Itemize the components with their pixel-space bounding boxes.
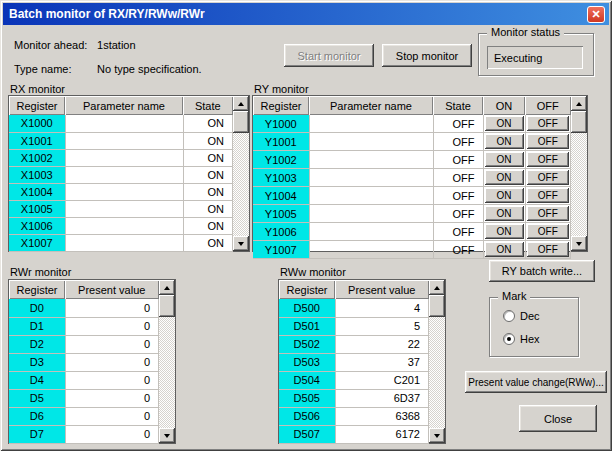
parameter-cell bbox=[309, 151, 433, 169]
ry-table-row: Y1005 OFF ON OFF bbox=[253, 205, 571, 223]
rww-scrollbar[interactable] bbox=[429, 280, 445, 443]
parameter-cell bbox=[65, 234, 183, 251]
scroll-thumb[interactable] bbox=[233, 111, 249, 133]
scroll-up-icon[interactable] bbox=[159, 280, 175, 295]
ry-scrollbar[interactable] bbox=[571, 96, 587, 251]
parameter-cell bbox=[309, 169, 433, 187]
mark-group: Mark Dec Hex bbox=[489, 297, 579, 357]
monitor-ahead-value: 1station bbox=[97, 39, 136, 51]
ry-header-off: OFF bbox=[525, 96, 571, 115]
rww-table-row: D506 6368 bbox=[279, 407, 429, 425]
monitor-ahead-row: Monitor ahead: 1station bbox=[14, 39, 136, 51]
ry-on-button[interactable]: ON bbox=[485, 242, 524, 257]
off-cell: OFF bbox=[525, 187, 571, 205]
state-cell: ON bbox=[183, 183, 233, 200]
scroll-up-icon[interactable] bbox=[429, 280, 445, 295]
ry-on-button[interactable]: ON bbox=[485, 206, 524, 221]
ry-table-row: Y1001 OFF ON OFF bbox=[253, 133, 571, 151]
start-monitor-button[interactable]: Start monitor bbox=[284, 44, 374, 67]
register-cell: D504 bbox=[279, 371, 335, 389]
scroll-thumb[interactable] bbox=[429, 295, 445, 317]
parameter-cell bbox=[65, 149, 183, 166]
state-cell: ON bbox=[183, 200, 233, 217]
monitor-ahead-label: Monitor ahead: bbox=[14, 39, 94, 51]
close-button[interactable]: Close bbox=[519, 405, 597, 432]
register-cell: D3 bbox=[9, 353, 65, 371]
close-glyph: ✕ bbox=[591, 7, 600, 21]
register-cell: Y1000 bbox=[253, 115, 309, 133]
rww-header-value: Present value bbox=[335, 280, 429, 299]
radio-hex[interactable]: Hex bbox=[503, 333, 540, 345]
rx-table-row: X1003 ON bbox=[9, 166, 233, 183]
ry-off-button[interactable]: OFF bbox=[527, 134, 570, 149]
scroll-down-icon[interactable] bbox=[429, 428, 445, 443]
ry-table-row: Y1002 OFF ON OFF bbox=[253, 151, 571, 169]
window-title: Batch monitor of RX/RY/RWw/RWr bbox=[9, 7, 587, 21]
register-cell: D2 bbox=[9, 335, 65, 353]
off-cell: OFF bbox=[525, 115, 571, 133]
ry-off-button[interactable]: OFF bbox=[527, 116, 570, 131]
type-name-value: No type specification. bbox=[97, 63, 202, 75]
parameter-cell bbox=[65, 183, 183, 200]
off-cell: OFF bbox=[525, 151, 571, 169]
scroll-thumb[interactable] bbox=[571, 111, 587, 133]
register-cell: Y1004 bbox=[253, 187, 309, 205]
present-value-cell: 0 bbox=[65, 425, 159, 443]
register-cell: X1004 bbox=[9, 183, 65, 200]
ry-on-button[interactable]: ON bbox=[485, 170, 524, 185]
state-cell: ON bbox=[183, 115, 233, 132]
state-cell: ON bbox=[183, 234, 233, 251]
register-cell: Y1006 bbox=[253, 223, 309, 241]
register-cell: Y1001 bbox=[253, 133, 309, 151]
register-cell: Y1007 bbox=[253, 241, 309, 259]
rx-monitor-title: RX monitor bbox=[10, 83, 65, 95]
register-cell: D4 bbox=[9, 371, 65, 389]
present-value-change-button[interactable]: Present value change(RWw)... bbox=[465, 371, 607, 393]
register-cell: D502 bbox=[279, 335, 335, 353]
ry-header-state: State bbox=[433, 96, 483, 115]
rx-table-row: X1005 ON bbox=[9, 200, 233, 217]
ry-on-button[interactable]: ON bbox=[485, 188, 524, 203]
ry-off-button[interactable]: OFF bbox=[527, 224, 570, 239]
ry-off-button[interactable]: OFF bbox=[527, 152, 570, 167]
on-cell: ON bbox=[483, 133, 525, 151]
register-cell: D506 bbox=[279, 407, 335, 425]
ry-off-button[interactable]: OFF bbox=[527, 188, 570, 203]
scroll-down-icon[interactable] bbox=[159, 428, 175, 443]
scroll-down-icon[interactable] bbox=[233, 236, 249, 251]
rwr-scrollbar[interactable] bbox=[159, 280, 175, 443]
ry-off-button[interactable]: OFF bbox=[527, 206, 570, 221]
rx-monitor-table: Register Parameter name State X1000 ON X… bbox=[8, 95, 250, 252]
scroll-thumb[interactable] bbox=[159, 295, 175, 317]
on-cell: ON bbox=[483, 169, 525, 187]
scroll-up-icon[interactable] bbox=[571, 96, 587, 111]
ry-on-button[interactable]: ON bbox=[485, 152, 524, 167]
ry-on-button[interactable]: ON bbox=[485, 116, 524, 131]
on-cell: ON bbox=[483, 241, 525, 259]
ry-off-button[interactable]: OFF bbox=[527, 170, 570, 185]
rww-header-register: Register bbox=[279, 280, 335, 299]
parameter-cell bbox=[309, 223, 433, 241]
rwr-monitor-title: RWr monitor bbox=[10, 266, 71, 278]
titlebar: Batch monitor of RX/RY/RWw/RWr ✕ bbox=[3, 3, 609, 25]
ry-on-button[interactable]: ON bbox=[485, 134, 524, 149]
ry-off-button[interactable]: OFF bbox=[527, 242, 570, 257]
present-value-cell: 0 bbox=[65, 389, 159, 407]
ry-on-button[interactable]: ON bbox=[485, 224, 524, 239]
scroll-down-icon[interactable] bbox=[571, 236, 587, 251]
off-cell: OFF bbox=[525, 241, 571, 259]
register-cell: D503 bbox=[279, 353, 335, 371]
batch-monitor-dialog: Batch monitor of RX/RY/RWw/RWr ✕ Monitor… bbox=[0, 0, 612, 451]
parameter-cell bbox=[65, 166, 183, 183]
parameter-cell bbox=[309, 187, 433, 205]
scroll-up-icon[interactable] bbox=[233, 96, 249, 111]
stop-monitor-button[interactable]: Stop monitor bbox=[382, 44, 472, 67]
off-cell: OFF bbox=[525, 205, 571, 223]
ry-batch-write-button[interactable]: RY batch write... bbox=[489, 260, 595, 282]
close-icon[interactable]: ✕ bbox=[587, 6, 605, 23]
radio-dec[interactable]: Dec bbox=[503, 310, 540, 322]
rx-header-state: State bbox=[183, 96, 233, 115]
ry-header-register: Register bbox=[253, 96, 309, 115]
rwr-header-value: Present value bbox=[65, 280, 159, 299]
rx-scrollbar[interactable] bbox=[233, 96, 249, 251]
